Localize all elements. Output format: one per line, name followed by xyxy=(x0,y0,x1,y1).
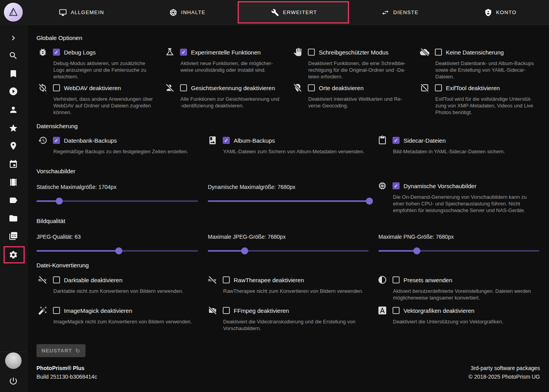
bug-icon xyxy=(38,47,47,57)
option-description: Deaktiviert Funktionen, die eine Schreib… xyxy=(308,60,422,80)
rawtherapee-checkbox[interactable] xyxy=(223,276,230,283)
tab-erweitert[interactable]: ERWEITERT xyxy=(271,0,317,25)
option-label[interactable]: Debug Logs xyxy=(64,49,96,56)
experimental-checkbox[interactable] xyxy=(180,49,187,56)
webdav-checkbox[interactable] xyxy=(53,84,60,91)
option-label[interactable]: ImageMagick deaktivieren xyxy=(64,307,132,314)
option-label[interactable]: Dynamische Vorschaubilder xyxy=(404,183,476,189)
user-avatar[interactable] xyxy=(5,352,22,369)
static-size-label: Statische Maximalgröße: 1704px xyxy=(36,184,116,190)
sidebar-item-folders[interactable] xyxy=(9,214,18,223)
debug-logs-checkbox[interactable] xyxy=(53,49,60,56)
footer-third-party-link[interactable]: 3rd-party software packages xyxy=(471,365,540,371)
hand-icon xyxy=(293,47,302,57)
sidebar-item-calendar[interactable] xyxy=(9,160,18,169)
sidebar-item-library[interactable] xyxy=(9,231,18,241)
map-pin-icon xyxy=(9,141,18,151)
ffmpeg-checkbox[interactable] xyxy=(223,307,230,314)
video-off-icon xyxy=(208,306,217,315)
option-description: ExifTool wird für die vollständige Unter… xyxy=(435,96,549,116)
webdav-off-icon xyxy=(38,83,47,93)
option-label[interactable]: Darktable deaktivieren xyxy=(64,277,122,283)
sidebar-item-labels[interactable] xyxy=(9,196,18,205)
option-label[interactable]: Sidecar-Dateien xyxy=(404,137,446,144)
magic-wand-icon xyxy=(38,306,47,315)
footer-copyright: © 2018-2025 PhotoPrism UG xyxy=(469,374,540,380)
option-label[interactable]: WebDAV deaktivieren xyxy=(64,85,121,91)
no-backups-checkbox[interactable] xyxy=(435,49,442,56)
option-description: Deaktiviert die Unterstützung von Vektor… xyxy=(393,319,546,325)
slider-thumb[interactable] xyxy=(241,247,248,254)
tab-konto[interactable]: KONTO xyxy=(484,0,516,25)
option-disable-ffmpeg: FFmpeg deaktivieren Deaktiviert die Vide… xyxy=(208,305,376,332)
star-icon xyxy=(9,123,18,133)
jpeg-size-slider[interactable] xyxy=(208,246,369,256)
exiftool-checkbox[interactable] xyxy=(435,84,442,91)
swap-horizontal-icon xyxy=(382,9,389,16)
option-label[interactable]: ExifTool deaktivieren xyxy=(446,85,500,91)
option-label[interactable]: Schreibgeschützter Modus xyxy=(319,49,389,56)
flask-icon xyxy=(165,47,175,57)
calendar-icon xyxy=(9,160,18,169)
sidebar-expand-button[interactable] xyxy=(9,33,18,43)
option-label[interactable]: Presets anwenden xyxy=(404,277,452,283)
option-description: Aktiviert neue Funktionen, die möglicher… xyxy=(180,60,294,74)
option-label[interactable]: Datenbank-Backups xyxy=(64,137,117,144)
sidebar-item-people[interactable] xyxy=(9,105,18,114)
sidebar-item-places[interactable] xyxy=(9,141,18,151)
tab-allgemein[interactable]: ALLGEMEIN xyxy=(59,0,104,25)
png-size-slider[interactable] xyxy=(378,246,539,256)
slider-thumb[interactable] xyxy=(115,247,122,254)
section-title-convert: Datei-Konvertierung xyxy=(36,262,89,269)
history-icon xyxy=(38,136,47,145)
album-icon xyxy=(208,136,217,145)
dynamic-previews-checkbox[interactable] xyxy=(393,182,400,189)
option-label[interactable]: Keine Datensicherung xyxy=(446,49,504,56)
darktable-checkbox[interactable] xyxy=(53,276,60,283)
chevron-right-icon xyxy=(9,33,18,43)
option-disable-exiftool: ExifTool deaktivieren ExifTool wird für … xyxy=(420,83,549,116)
option-label[interactable]: Album-Backups xyxy=(234,137,275,144)
static-size-slider[interactable] xyxy=(36,196,198,206)
option-description: Bild-Metadaten in YAML-Sidecar-Dateien s… xyxy=(393,149,546,155)
restart-button[interactable]: NEUSTART ↻ xyxy=(36,344,85,357)
slider-thumb[interactable] xyxy=(413,247,420,254)
presets-checkbox[interactable] xyxy=(393,276,400,283)
option-label[interactable]: RawTherapee deaktivieren xyxy=(234,277,304,283)
slider-thumb[interactable] xyxy=(366,198,373,205)
gear-icon xyxy=(9,250,18,260)
option-disable-places: Orte deaktivieren Deaktiviert interaktiv… xyxy=(293,83,422,109)
slider-thumb[interactable] xyxy=(56,198,63,205)
vectors-checkbox[interactable] xyxy=(393,307,400,314)
tab-dienste[interactable]: DIENSTE xyxy=(382,0,419,25)
option-label[interactable]: FFmpeg deaktivieren xyxy=(234,307,289,314)
tab-label: DIENSTE xyxy=(393,9,419,15)
bookmark-icon xyxy=(9,69,18,78)
person-icon xyxy=(9,105,18,114)
jpeg-quality-slider[interactable] xyxy=(36,246,198,256)
sidebar-item-favorites[interactable] xyxy=(9,123,18,133)
imagemagick-checkbox[interactable] xyxy=(53,307,60,314)
option-description: Deaktiviert die Videotranskodierung und … xyxy=(223,319,376,332)
faces-checkbox[interactable] xyxy=(180,84,187,91)
sidebar-item-settings[interactable] xyxy=(9,250,18,260)
readonly-checkbox[interactable] xyxy=(308,49,315,56)
sidecar-checkbox[interactable] xyxy=(393,137,400,144)
sidebar-item-albums[interactable] xyxy=(9,69,18,78)
sidebar-item-search[interactable] xyxy=(9,51,18,60)
option-label[interactable]: Vektorgrafiken deaktivieren xyxy=(404,307,474,314)
database-backups-checkbox[interactable] xyxy=(53,137,60,144)
places-checkbox[interactable] xyxy=(308,84,315,91)
sidebar-item-videos[interactable] xyxy=(9,87,18,96)
dynamic-size-label: Dynamische Maximalgröße: 7680px xyxy=(208,184,295,190)
option-label[interactable]: Orte deaktivieren xyxy=(319,85,364,91)
slider-fill xyxy=(378,250,417,252)
option-label[interactable]: Gesichtserkennung deaktivieren xyxy=(191,85,275,91)
sidebar-item-moments[interactable] xyxy=(9,178,18,187)
photoprism-logo[interactable] xyxy=(4,3,23,22)
sidebar-logout-button[interactable] xyxy=(9,376,18,386)
option-label[interactable]: Experimentelle Funktionen xyxy=(191,49,261,56)
dynamic-size-slider[interactable] xyxy=(208,196,373,206)
album-backups-checkbox[interactable] xyxy=(223,137,230,144)
tab-inhalte[interactable]: INHALTE xyxy=(169,0,205,25)
